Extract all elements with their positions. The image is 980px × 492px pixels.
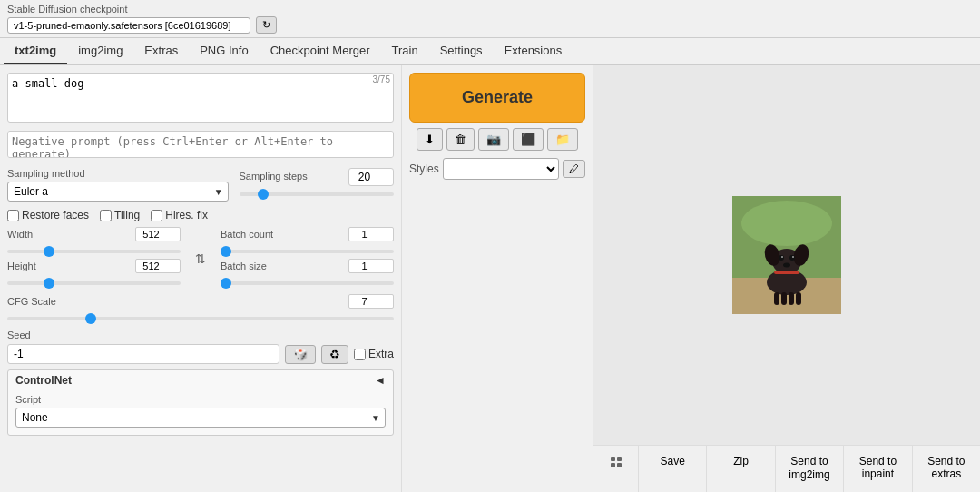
sampling-method-group: Sampling method Euler a Euler LMS Heun D… [7, 168, 229, 202]
svg-rect-15 [789, 292, 794, 305]
batch-count-label: Batch count [220, 229, 273, 240]
tabs-bar: txt2img img2img Extras PNG Info Checkpoi… [0, 38, 980, 65]
batch-count-slider[interactable] [220, 250, 394, 253]
batch-group: Batch count Batch size [220, 227, 394, 290]
tab-train[interactable]: Train [381, 38, 429, 64]
batch-count-row: Batch count [220, 227, 394, 241]
svg-rect-16 [796, 292, 801, 305]
tab-settings[interactable]: Settings [429, 38, 494, 64]
sampling-steps-slider[interactable] [240, 192, 394, 196]
tab-txt2img[interactable]: txt2img [4, 38, 67, 64]
svg-rect-19 [611, 463, 615, 467]
checkpoint-refresh-btn[interactable]: ↻ [256, 16, 277, 34]
image-panel: Save Zip Send toimg2img Send to inpaint … [593, 65, 980, 492]
hires-fix-checkbox[interactable]: Hires. fix [151, 209, 208, 221]
action-icon-camera[interactable]: 📷 [478, 128, 509, 151]
height-label: Height [7, 261, 36, 271]
controlnet-title: ControlNet [15, 374, 72, 387]
cfg-scale-value[interactable] [348, 294, 394, 309]
tab-img2img[interactable]: img2img [67, 38, 133, 64]
image-display [593, 65, 980, 445]
controlnet-section: ControlNet ◄ Script None ▼ [7, 369, 394, 436]
svg-rect-14 [781, 292, 787, 305]
svg-point-9 [781, 256, 783, 258]
width-label: Width [7, 229, 33, 240]
svg-point-8 [789, 255, 795, 261]
controlnet-body: Script None ▼ [8, 390, 393, 435]
svg-point-1 [741, 201, 832, 246]
tab-checkpoint-merger[interactable]: Checkpoint Merger [260, 38, 381, 64]
seed-dice-btn[interactable]: 🎲 [285, 345, 316, 364]
image-actions-bar: Save Zip Send toimg2img Send to inpaint … [593, 445, 980, 492]
svg-rect-12 [774, 271, 799, 274]
styles-row: Styles 🖊 [409, 158, 585, 180]
sampling-steps-value[interactable] [348, 168, 394, 186]
send-to-extras-button[interactable]: Send to extras [913, 446, 980, 492]
svg-rect-17 [611, 457, 615, 461]
script-select[interactable]: None [15, 408, 386, 428]
styles-apply-btn[interactable]: 🖊 [563, 160, 585, 178]
svg-rect-13 [774, 292, 779, 305]
send-to-img2img-button[interactable]: Send toimg2img [776, 446, 844, 492]
batch-size-value[interactable] [348, 259, 394, 273]
checkpoint-row: v1-5-pruned-emaonly.safetensors [6ce0161… [7, 16, 973, 34]
height-value[interactable] [135, 259, 181, 273]
tab-extras[interactable]: Extras [133, 38, 189, 64]
svg-point-10 [792, 256, 794, 258]
tab-png-info[interactable]: PNG Info [189, 38, 259, 64]
width-height-group: Width Height [7, 227, 181, 290]
sliders-section: Width Height ⇅ [7, 227, 394, 290]
seed-extra-checkbox[interactable]: Extra [354, 348, 394, 360]
styles-select[interactable] [443, 158, 559, 180]
sampling-controls: Sampling method Euler a Euler LMS Heun D… [7, 168, 394, 202]
seed-label: Seed [7, 330, 394, 340]
seed-row: 🎲 ♻ Extra [7, 344, 394, 364]
negative-prompt-input[interactable] [7, 131, 394, 158]
zip-button[interactable]: Zip [707, 446, 775, 492]
action-icon-trash[interactable]: 🗑 [446, 128, 475, 151]
action-icon-download[interactable]: ⬇ [416, 128, 443, 151]
seed-recycle-btn[interactable]: ♻ [321, 345, 348, 364]
sampling-steps-group: Sampling steps [240, 168, 394, 202]
left-panel: 3/75 a small dog Sampling method Euler a… [0, 65, 402, 492]
cfg-scale-group: CFG Scale [7, 294, 394, 326]
svg-point-11 [783, 262, 790, 267]
send-to-inpaint-button[interactable]: Send to inpaint [844, 446, 912, 492]
batch-size-slider[interactable] [220, 281, 394, 285]
controlnet-header[interactable]: ControlNet ◄ [8, 370, 393, 390]
cfg-scale-row: CFG Scale [7, 294, 394, 309]
tiling-checkbox[interactable]: Tiling [100, 209, 140, 221]
cfg-scale-slider[interactable] [7, 317, 394, 320]
generate-button[interactable]: Generate [409, 73, 585, 123]
height-slider[interactable] [7, 281, 181, 285]
restore-faces-checkbox[interactable]: Restore faces [7, 209, 89, 221]
image-send-icon-btn[interactable] [593, 446, 639, 492]
width-value[interactable] [135, 227, 181, 241]
app-container: Stable Diffusion checkpoint v1-5-pruned-… [0, 0, 980, 492]
tab-extensions[interactable]: Extensions [494, 38, 573, 64]
main-content: 3/75 a small dog Sampling method Euler a… [0, 65, 980, 492]
save-button[interactable]: Save [639, 446, 707, 492]
checkboxes-row: Restore faces Tiling Hires. fix [7, 209, 394, 221]
seed-group: Seed 🎲 ♻ Extra [7, 330, 394, 364]
token-count: 3/75 [373, 74, 390, 84]
script-label: Script [15, 394, 386, 405]
prompt-input[interactable]: a small dog [7, 73, 394, 123]
batch-size-label: Batch size [220, 261, 267, 271]
svg-rect-18 [617, 457, 622, 461]
cfg-scale-label: CFG Scale [7, 296, 56, 307]
batch-count-value[interactable] [348, 227, 394, 241]
height-row: Height [7, 259, 181, 273]
action-icon-folder[interactable]: 📁 [547, 128, 578, 151]
seed-input[interactable] [7, 344, 279, 364]
generated-image [732, 196, 841, 314]
sampling-steps-label: Sampling steps [240, 171, 308, 182]
width-slider[interactable] [7, 250, 181, 253]
swap-dimensions-btn[interactable]: ⇅ [191, 227, 210, 290]
sampling-method-select[interactable]: Euler a Euler LMS Heun DPM2 [7, 182, 229, 202]
batch-size-row: Batch size [220, 259, 394, 273]
svg-point-7 [779, 255, 784, 261]
checkpoint-select[interactable]: v1-5-pruned-emaonly.safetensors [6ce0161… [7, 17, 250, 34]
action-icon-grid[interactable]: ⬛ [513, 128, 544, 151]
svg-rect-20 [617, 463, 622, 467]
